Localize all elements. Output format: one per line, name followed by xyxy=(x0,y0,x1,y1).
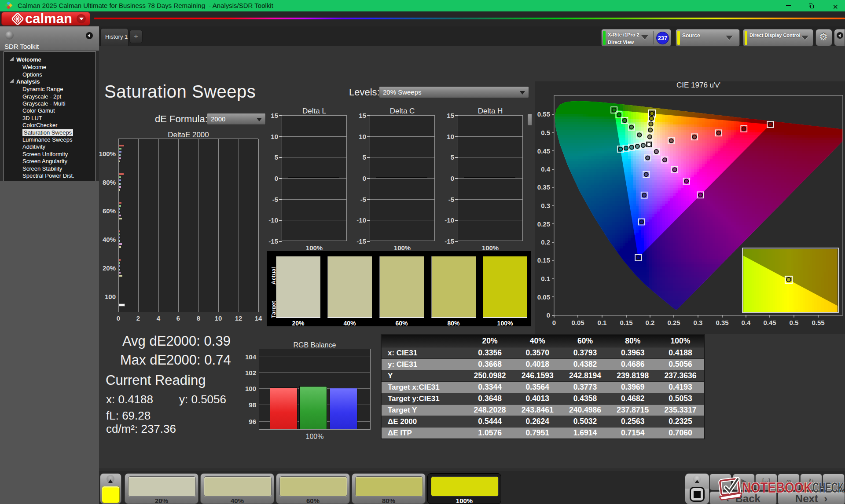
svg-text:0.5: 0.5 xyxy=(541,129,550,136)
svg-text:0.55: 0.55 xyxy=(537,110,550,118)
svg-text:0.5: 0.5 xyxy=(790,319,799,326)
svg-text:CIE 1976 u'v': CIE 1976 u'v' xyxy=(676,81,720,89)
svg-text:0.2: 0.2 xyxy=(541,238,550,246)
svg-text:0.45: 0.45 xyxy=(763,319,776,326)
svg-text:0: 0 xyxy=(552,319,556,326)
svg-text:0.1: 0.1 xyxy=(598,319,607,326)
svg-text:0.2: 0.2 xyxy=(646,319,655,326)
svg-text:0.3: 0.3 xyxy=(694,319,703,326)
svg-text:0.4: 0.4 xyxy=(541,165,551,173)
svg-text:0.4: 0.4 xyxy=(742,319,751,326)
svg-text:0.35: 0.35 xyxy=(537,183,550,191)
svg-text:0.05: 0.05 xyxy=(571,319,584,326)
svg-text:0.45: 0.45 xyxy=(537,147,550,155)
svg-text:CHECK: CHECK xyxy=(812,479,844,496)
svg-text:0.05: 0.05 xyxy=(537,293,550,301)
svg-text:0.25: 0.25 xyxy=(537,220,550,228)
svg-text:0.1: 0.1 xyxy=(541,275,550,282)
svg-text:0.25: 0.25 xyxy=(667,319,680,326)
svg-text:0.15: 0.15 xyxy=(620,319,632,326)
svg-text:0.35: 0.35 xyxy=(716,319,728,326)
svg-text:0: 0 xyxy=(547,311,550,319)
svg-text:0.15: 0.15 xyxy=(537,256,550,264)
svg-text:0.3: 0.3 xyxy=(541,202,550,209)
svg-text:0.55: 0.55 xyxy=(812,319,824,326)
svg-text:NOTEBOOK: NOTEBOOK xyxy=(742,479,812,496)
